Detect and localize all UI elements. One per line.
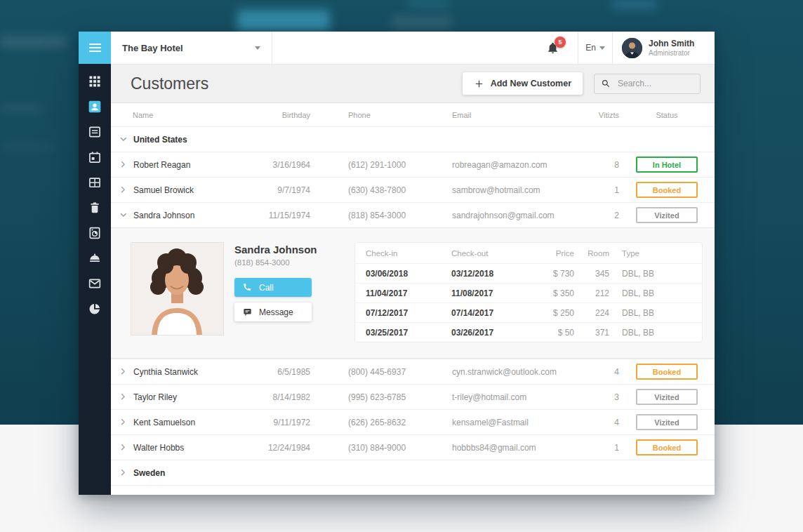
user-menu[interactable]: John Smith Administrator xyxy=(613,32,715,64)
trash-icon xyxy=(88,201,102,215)
status-badge[interactable]: Booked xyxy=(636,439,698,455)
customer-name: Walter Hobbs xyxy=(133,443,184,453)
table-header: Name Birthday Phone Email Vitizts Status xyxy=(111,103,715,126)
chevron-right-icon[interactable] xyxy=(120,186,126,194)
notifications-button[interactable]: 5 xyxy=(527,32,578,64)
customer-birthday: 8/14/1982 xyxy=(240,392,310,402)
stay-row: 03/25/2017 03/26/2017 $ 50 371 DBL, BB xyxy=(355,323,702,342)
customer-birthday: 6/5/1985 xyxy=(240,367,310,377)
add-new-customer-button[interactable]: Add New Customer xyxy=(463,72,583,95)
customer-name: Sandra Johnson xyxy=(133,211,194,220)
hamburger-menu-button[interactable] xyxy=(79,32,111,64)
group-row-united-states[interactable]: United States xyxy=(111,126,715,152)
group-label: Sweden xyxy=(133,468,165,478)
service-bell-icon xyxy=(88,251,102,265)
table-row[interactable]: Taylor Riley 8/14/1982 (995) 623-6785 t-… xyxy=(111,384,715,409)
backdrop-blur-shape xyxy=(392,15,451,29)
sidebar-item-service[interactable] xyxy=(87,251,102,266)
status-badge[interactable]: Booked xyxy=(636,364,698,380)
sidebar-item-rooms[interactable] xyxy=(87,175,102,190)
customer-name: Kent Samuelson xyxy=(133,418,195,427)
sidebar-item-trash[interactable] xyxy=(87,200,102,215)
sidebar-item-laundry[interactable] xyxy=(87,225,102,241)
stay-row: 07/12/2017 07/14/2017 $ 250 224 DBL, BB xyxy=(355,303,702,323)
backdrop-blur-shape xyxy=(0,36,67,47)
customer-name-cell: Cynthia Stanwick xyxy=(111,367,240,377)
status-badge[interactable]: In Hotel xyxy=(636,157,698,173)
backdrop-blur-shape xyxy=(407,0,449,7)
message-button[interactable]: Message xyxy=(234,302,312,321)
stays-col-room: Room xyxy=(574,249,609,258)
sidebar-item-lists[interactable] xyxy=(87,124,102,140)
sidebar-item-mail[interactable] xyxy=(87,276,102,291)
chevron-right-icon[interactable] xyxy=(120,161,126,169)
column-header-name: Name xyxy=(111,111,240,119)
detail-customer-name: Sandra Johnson xyxy=(234,244,342,255)
group-row-sweden[interactable]: Sweden xyxy=(111,460,715,485)
table-row-expanded[interactable]: Sandra Johnson 11/15/1974 (818) 854-3000… xyxy=(111,202,715,227)
status-badge[interactable]: Vizited xyxy=(636,414,698,430)
stay-checkin: 03/06/2018 xyxy=(366,269,451,279)
table-row[interactable]: Walter Hobbs 12/24/1984 (310) 884-9000 h… xyxy=(111,434,715,460)
chevron-right-icon[interactable] xyxy=(120,393,126,401)
rooms-icon xyxy=(88,175,102,189)
sidebar-item-reports[interactable] xyxy=(87,301,102,317)
plus-icon xyxy=(474,79,484,89)
table-row[interactable]: Kent Samuelson 9/11/1972 (626) 265-8632 … xyxy=(111,409,715,434)
stay-checkin: 07/12/2017 xyxy=(366,308,451,318)
sidebar-nav xyxy=(79,64,111,317)
customer-email: cyn.stranwick@outlook.com xyxy=(452,367,577,377)
backdrop-blur-shape xyxy=(0,105,44,112)
user-name: John Smith xyxy=(649,39,694,50)
customer-name: Cynthia Stanwick xyxy=(133,367,198,377)
sidebar-item-calendar[interactable] xyxy=(87,149,102,165)
backdrop-blur-shape xyxy=(612,0,657,8)
customer-phone: (612) 291-1000 xyxy=(310,160,452,170)
call-button[interactable]: Call xyxy=(234,278,312,297)
column-header-visits: Vitizts xyxy=(577,111,619,119)
topbar: The Bay Hotel 5 En John Smith Admini xyxy=(111,32,715,65)
chevron-right-icon xyxy=(120,494,126,496)
language-label: En xyxy=(585,43,596,53)
customer-birthday: 9/7/1974 xyxy=(240,185,310,195)
add-button-label: Add New Customer xyxy=(491,79,571,88)
customer-name-cell: Sandra Johnson xyxy=(111,211,240,220)
pie-chart-icon xyxy=(88,302,102,316)
status-badge[interactable]: Vizited xyxy=(636,207,698,223)
search-input[interactable] xyxy=(616,78,694,89)
language-selector[interactable]: En xyxy=(578,32,612,64)
customer-birthday: 3/16/1964 xyxy=(240,160,310,170)
customer-detail-info: Sandra Johnson (818) 854-3000 Call Messa… xyxy=(234,242,342,343)
sidebar-item-customers-active[interactable] xyxy=(87,99,102,114)
search-box[interactable] xyxy=(594,74,701,94)
group-row-germany[interactable]: Germany xyxy=(111,485,715,495)
customer-phone: (626) 265-8632 xyxy=(310,418,452,427)
chevron-right-icon[interactable] xyxy=(120,368,126,376)
chevron-right-icon[interactable] xyxy=(120,444,126,452)
status-badge[interactable]: Booked xyxy=(636,182,698,198)
customer-birthday: 12/24/1984 xyxy=(240,443,310,453)
search-icon xyxy=(601,79,611,88)
customer-name-cell: Walter Hobbs xyxy=(111,443,240,453)
backdrop-blur-shape xyxy=(0,144,56,150)
stays-col-checkout: Check-out xyxy=(451,249,522,258)
stays-col-price: Price xyxy=(522,249,574,258)
customer-detail-panel: Sandra Johnson (818) 854-3000 Call Messa… xyxy=(111,227,715,359)
stay-type: DBL, BB xyxy=(609,308,691,318)
stay-price: $ 250 xyxy=(522,308,574,318)
chevron-down-icon xyxy=(599,46,605,50)
chevron-down-icon[interactable] xyxy=(120,211,126,220)
notification-badge: 5 xyxy=(555,36,566,48)
hotel-selector[interactable]: The Bay Hotel xyxy=(111,32,272,64)
sidebar-item-apps[interactable] xyxy=(87,74,102,89)
customer-name: Samuel Browick xyxy=(133,185,194,195)
stay-checkin: 03/25/2017 xyxy=(366,328,451,338)
chevron-right-icon xyxy=(120,469,126,477)
table-row[interactable]: Robert Reagan 3/16/1964 (612) 291-1000 r… xyxy=(111,152,715,177)
customer-phone: (800) 445-6937 xyxy=(310,367,452,377)
table-row[interactable]: Samuel Browick 9/7/1974 (630) 438-7800 s… xyxy=(111,177,715,202)
stay-room: 212 xyxy=(574,288,609,298)
status-badge[interactable]: Vizited xyxy=(636,389,698,405)
table-row[interactable]: Cynthia Stanwick 6/5/1985 (800) 445-6937… xyxy=(111,359,715,384)
chevron-right-icon[interactable] xyxy=(120,418,126,427)
